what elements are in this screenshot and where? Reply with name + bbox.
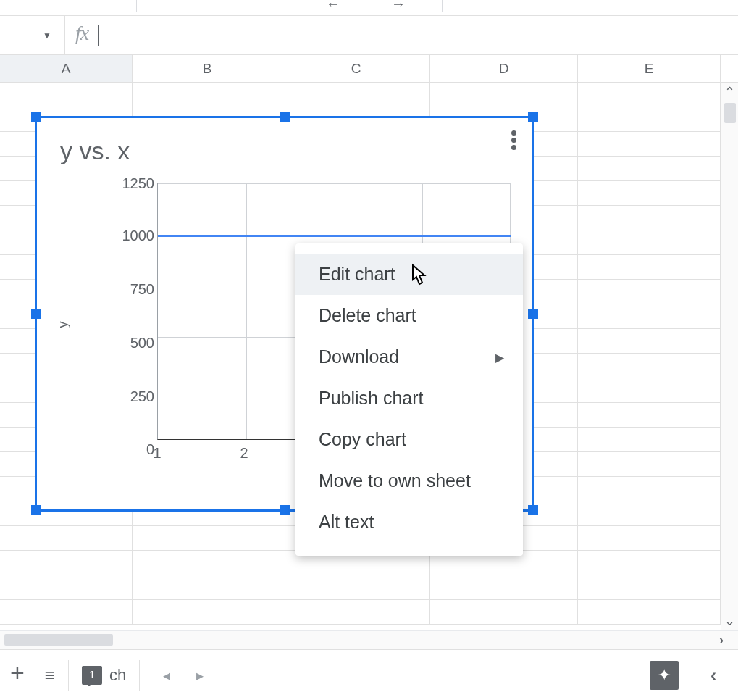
resize-handle[interactable] <box>528 505 538 515</box>
sheet-tab-label: ch <box>109 666 126 685</box>
cell[interactable] <box>578 452 721 476</box>
cell[interactable] <box>578 304 721 328</box>
grid-row <box>0 600 738 625</box>
resize-handle[interactable] <box>31 309 41 319</box>
menu-item-publish[interactable]: Publish chart <box>295 378 523 419</box>
cell[interactable] <box>578 575 721 599</box>
cell[interactable] <box>0 551 133 575</box>
cell[interactable] <box>0 600 133 624</box>
menu-item-alttext[interactable]: Alt text <box>295 501 523 543</box>
scroll-thumb[interactable] <box>4 634 113 646</box>
cell[interactable] <box>578 403 721 427</box>
y-tick: 1000 <box>106 228 154 244</box>
arrow-left-icon[interactable]: ← <box>326 0 340 12</box>
prev-sheet-button[interactable]: ◂ <box>163 667 170 684</box>
scroll-right-icon[interactable]: › <box>719 633 724 648</box>
x-tick: 1 <box>153 445 161 462</box>
cell[interactable] <box>430 575 578 599</box>
cell[interactable] <box>282 83 430 107</box>
column-header[interactable]: A <box>0 55 133 82</box>
cell[interactable] <box>578 501 721 525</box>
cell[interactable] <box>578 181 721 205</box>
fx-label: fx <box>65 22 98 49</box>
divider <box>139 660 140 691</box>
add-sheet-button[interactable]: + <box>0 659 35 691</box>
cell[interactable] <box>133 83 282 107</box>
cell[interactable] <box>578 206 721 230</box>
cell[interactable] <box>578 526 721 550</box>
y-tick: 500 <box>106 335 154 351</box>
scroll-thumb[interactable] <box>724 103 736 123</box>
cell[interactable] <box>578 83 721 107</box>
menu-item-move[interactable]: Move to own sheet <box>295 460 523 501</box>
chart-context-menu: Edit chartDelete chartDownload▶Publish c… <box>295 243 523 556</box>
toolbar: ← → <box>0 0 738 16</box>
cell[interactable] <box>578 157 721 180</box>
scroll-up-icon[interactable]: ⌃ <box>721 83 738 101</box>
next-sheet-button[interactable]: ▸ <box>196 667 204 684</box>
vertical-scrollbar[interactable]: ⌃ ⌄ <box>721 83 738 630</box>
all-sheets-button[interactable]: ≡ <box>35 665 64 686</box>
cell[interactable] <box>282 575 430 599</box>
cell[interactable] <box>133 575 282 599</box>
column-header[interactable]: B <box>133 55 282 82</box>
x-tick: 2 <box>240 445 248 462</box>
resize-handle[interactable] <box>31 505 41 515</box>
sheet-tab-bar: + ≡ 1 ch ◂ ▸ ✦ ‹ <box>0 649 738 700</box>
y-tick: 750 <box>106 280 154 297</box>
chart-series-line <box>158 235 511 237</box>
column-headers-row: ABCDE <box>0 55 738 83</box>
cell[interactable] <box>430 83 578 107</box>
cell[interactable] <box>578 107 721 131</box>
column-header[interactable]: C <box>282 55 430 82</box>
resize-handle[interactable] <box>280 112 290 122</box>
comment-badge-icon: 1 <box>82 666 102 685</box>
y-axis-label: y <box>56 322 71 328</box>
resize-handle[interactable] <box>280 505 290 515</box>
column-header[interactable]: D <box>430 55 578 82</box>
name-box[interactable]: ▼ <box>0 16 65 54</box>
cell[interactable] <box>578 230 721 254</box>
cell[interactable] <box>578 428 721 451</box>
cell[interactable] <box>578 477 721 501</box>
sheet-tab-nav: ◂ ▸ <box>144 667 204 684</box>
explore-button[interactable]: ✦ <box>650 661 679 690</box>
resize-handle[interactable] <box>528 112 538 122</box>
cell[interactable] <box>578 329 721 353</box>
y-tick: 0 <box>106 441 154 457</box>
resize-handle[interactable] <box>528 309 538 319</box>
cell[interactable] <box>0 83 133 107</box>
cell[interactable] <box>578 132 721 156</box>
divider <box>68 660 69 691</box>
collapse-side-panel-button[interactable]: ‹ <box>710 665 738 686</box>
menu-item-delete[interactable]: Delete chart <box>295 295 523 336</box>
arrow-right-icon[interactable]: → <box>391 0 406 12</box>
chart-options-button[interactable] <box>505 128 522 152</box>
chart-title: y vs. x <box>60 137 130 165</box>
cell[interactable] <box>0 526 133 550</box>
cell[interactable] <box>578 378 721 402</box>
formula-bar: ▼ fx <box>0 16 738 55</box>
cell[interactable] <box>578 600 721 624</box>
menu-item-download[interactable]: Download▶ <box>295 336 523 378</box>
menu-item-copy[interactable]: Copy chart <box>295 419 523 460</box>
cell[interactable] <box>578 255 721 279</box>
cell[interactable] <box>133 600 282 624</box>
horizontal-scrollbar[interactable]: › <box>0 630 738 649</box>
scroll-down-icon[interactable]: ⌄ <box>721 612 738 630</box>
cell[interactable] <box>578 354 721 378</box>
resize-handle[interactable] <box>31 112 41 122</box>
column-header[interactable]: E <box>578 55 721 82</box>
cell[interactable] <box>578 280 721 304</box>
cell[interactable] <box>430 600 578 624</box>
formula-input-cursor <box>98 25 99 46</box>
menu-item-edit[interactable]: Edit chart <box>295 254 523 295</box>
cell[interactable] <box>0 575 133 599</box>
cell[interactable] <box>133 551 282 575</box>
cell[interactable] <box>133 526 282 550</box>
cell[interactable] <box>282 600 430 624</box>
submenu-arrow-icon: ▶ <box>495 350 504 364</box>
cell[interactable] <box>578 551 721 575</box>
sheet-tab[interactable]: 1 ch <box>73 666 135 685</box>
all-sheets-icon: ≡ <box>45 665 54 686</box>
